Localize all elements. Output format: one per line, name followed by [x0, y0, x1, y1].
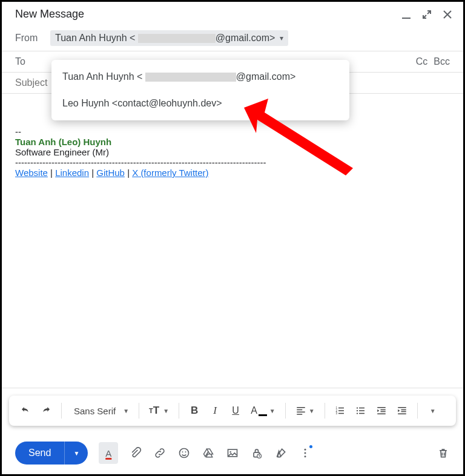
send-options-button[interactable]: ▼ [64, 442, 88, 465]
separator [61, 403, 62, 419]
underline-button[interactable]: U [226, 400, 245, 421]
email-body[interactable]: -- Tuan Anh (Leo) Huynh Software Enginee… [2, 94, 463, 348]
svg-point-9 [182, 451, 183, 452]
confidential-icon[interactable] [250, 446, 263, 460]
svg-point-17 [305, 455, 306, 457]
indent-less-button[interactable] [372, 400, 391, 421]
chevron-down-icon: ▼ [309, 408, 315, 414]
signature-links: Website | Linkedin | GitHub | X (formerl… [15, 168, 450, 178]
from-name: Tuan Anh Huynh [55, 33, 127, 44]
titlebar: New Message [2, 2, 463, 25]
svg-text:3: 3 [335, 412, 337, 415]
notification-dot [309, 445, 312, 448]
separator [139, 403, 139, 419]
svg-point-5 [357, 407, 358, 408]
format-toolbar: Sans Serif ▼ TT ▼ B I U A ▼ ▼ 123 ▼ [9, 396, 456, 426]
more-formatting-button[interactable]: ▼ [424, 400, 442, 421]
send-button[interactable]: Send [15, 442, 64, 465]
bottom-bar: Send ▼ A [2, 432, 463, 474]
compose-window: New Message From Tuan Anh Huynh < @gmail… [0, 0, 465, 476]
send-button-group: Send ▼ [15, 442, 88, 465]
chevron-down-icon: ▾ [280, 34, 283, 42]
chevron-down-icon: ▼ [269, 408, 275, 414]
align-button[interactable]: ▼ [292, 400, 318, 421]
expand-icon[interactable] [422, 10, 432, 19]
text-color-button[interactable]: A ▼ [247, 400, 279, 421]
signature-dashes: -- [15, 126, 450, 137]
titlebar-actions [401, 10, 452, 19]
svg-point-8 [180, 449, 189, 458]
attach-icon[interactable] [129, 446, 142, 460]
from-option-0[interactable]: Tuan Anh Huynh < @gmail.com> [51, 64, 349, 90]
from-option-1[interactable]: Leo Huynh <contact@leohuynh.dev> [51, 90, 349, 117]
link-github[interactable]: GitHub [96, 168, 125, 178]
chevron-down-icon: ▼ [123, 408, 129, 414]
link-linkedin[interactable]: Linkedin [55, 168, 89, 178]
svg-point-6 [357, 410, 358, 411]
bold-button[interactable]: B [185, 400, 203, 421]
separator [325, 403, 325, 419]
italic-button[interactable]: I [206, 400, 224, 421]
from-selector[interactable]: Tuan Anh Huynh < @gmail.com> ▾ [50, 30, 288, 46]
separator [285, 403, 286, 419]
signature-icon[interactable] [274, 446, 288, 460]
svg-point-15 [305, 449, 306, 451]
minimize-icon[interactable] [401, 10, 411, 19]
link-twitter[interactable]: X (formerly Twitter) [132, 168, 208, 178]
bulleted-list-button[interactable] [352, 400, 370, 421]
svg-point-10 [185, 451, 186, 452]
signature-hr: ----------------------------------------… [15, 157, 450, 168]
separator [417, 403, 418, 419]
from-dropdown: Tuan Anh Huynh < @gmail.com> Leo Huynh <… [51, 60, 349, 120]
redacted-email [138, 34, 216, 43]
redo-button[interactable] [37, 400, 55, 421]
text-format-toggle[interactable]: A [99, 442, 118, 464]
link-icon[interactable] [153, 446, 167, 460]
trash-icon[interactable] [437, 446, 450, 460]
bcc-button[interactable]: Bcc [434, 56, 450, 67]
close-icon[interactable] [443, 10, 452, 19]
more-options-icon[interactable] [298, 446, 312, 460]
redacted-email [145, 73, 236, 82]
signature-role: Software Engineer (Mr) [15, 147, 450, 157]
signature-name: Tuan Anh (Leo) Huynh [15, 137, 450, 147]
from-row: From Tuan Anh Huynh < @gmail.com> ▾ [2, 25, 463, 51]
chevron-down-icon: ▼ [73, 450, 79, 457]
font-size-button[interactable]: TT ▼ [145, 400, 173, 421]
from-suffix: @gmail.com> [216, 33, 275, 44]
chevron-down-icon: ▼ [163, 408, 169, 414]
drive-icon[interactable] [202, 446, 215, 460]
cc-button[interactable]: Cc [416, 56, 428, 67]
numbered-list-button[interactable]: 123 [331, 400, 349, 421]
separator [179, 403, 179, 419]
undo-button[interactable] [16, 400, 35, 421]
svg-point-16 [305, 452, 306, 454]
font-family-selector[interactable]: Sans Serif ▼ [68, 400, 133, 421]
from-label: From [15, 33, 50, 44]
image-icon[interactable] [226, 446, 239, 460]
link-website[interactable]: Website [15, 168, 48, 178]
to-label: To [15, 56, 50, 67]
indent-more-button[interactable] [393, 400, 411, 421]
emoji-icon[interactable] [177, 446, 191, 460]
svg-point-7 [357, 412, 358, 414]
svg-point-12 [230, 451, 232, 453]
divider [2, 388, 463, 388]
window-title: New Message [15, 8, 84, 21]
